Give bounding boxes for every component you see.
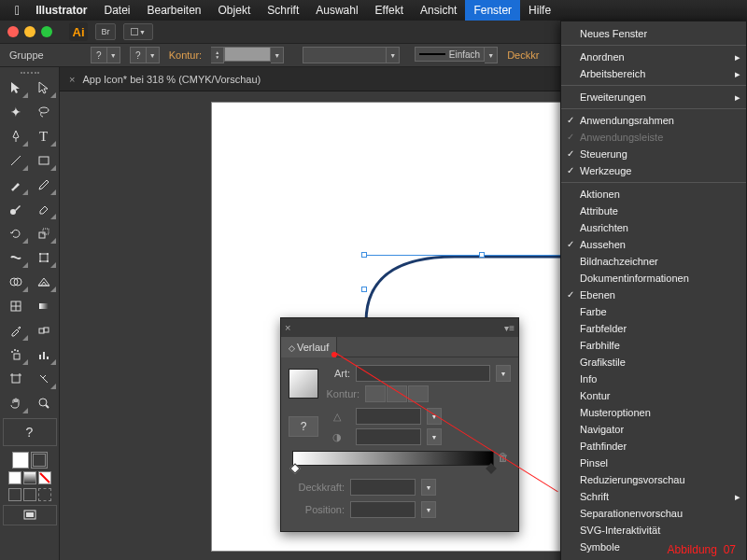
- close-tab-icon[interactable]: ×: [69, 74, 75, 85]
- menu-item-steuerung[interactable]: Steuerung✓: [561, 146, 746, 162]
- panel-menu-icon[interactable]: ▾≡: [504, 323, 514, 333]
- paintbrush-tool[interactable]: [3, 174, 29, 196]
- reverse-gradient-button[interactable]: ?: [289, 416, 318, 437]
- maximize-window-button[interactable]: [41, 26, 52, 37]
- stroke-weight-stepper[interactable]: ▲▼: [211, 47, 224, 63]
- menu-item-werkzeuge[interactable]: Werkzeuge✓: [561, 162, 746, 179]
- menu-item-anordnen[interactable]: Anordnen▸: [561, 49, 746, 65]
- apple-logo-icon[interactable]: : [7, 3, 27, 18]
- stroke-gradient-across[interactable]: [408, 385, 429, 402]
- menu-item-ebenen[interactable]: Ebenen✓: [561, 287, 746, 303]
- menu-effect[interactable]: Effekt: [367, 0, 412, 21]
- pencil-tool[interactable]: [31, 174, 57, 196]
- fill-stroke-indicator[interactable]: [12, 452, 48, 469]
- selection-handle-tl[interactable]: [361, 252, 367, 258]
- mesh-tool[interactable]: [3, 295, 29, 317]
- brush-definition[interactable]: Einfach: [415, 47, 485, 62]
- direct-selection-tool[interactable]: [31, 77, 57, 99]
- panel-grip[interactable]: [2, 69, 58, 77]
- menu-item-anwendungsrahmen[interactable]: Anwendungsrahmen✓: [561, 112, 746, 129]
- stroke-swatch-btn[interactable]: ?: [130, 47, 147, 63]
- selection-tool[interactable]: [3, 77, 29, 99]
- gradient-angle-dropdown[interactable]: ▼: [427, 408, 442, 425]
- menu-view[interactable]: Ansicht: [412, 0, 465, 21]
- blob-brush-tool[interactable]: [3, 198, 29, 220]
- stop-opacity-input[interactable]: [350, 479, 416, 496]
- gradient-aspect-dropdown[interactable]: ▼: [427, 428, 442, 445]
- draw-inside[interactable]: [38, 488, 51, 501]
- gradient-mode[interactable]: [23, 471, 36, 484]
- menu-item-kontur[interactable]: Kontur: [561, 387, 746, 404]
- opacity-label[interactable]: Deckkr: [507, 49, 539, 61]
- draw-normal[interactable]: [8, 488, 21, 501]
- gradient-preview-swatch[interactable]: [289, 369, 318, 399]
- menu-item-grafikstile[interactable]: Grafikstile: [561, 354, 746, 371]
- menu-item-ausrichten[interactable]: Ausrichten: [561, 219, 746, 236]
- gradient-tool[interactable]: [31, 295, 57, 317]
- menu-item-separationenvorschau[interactable]: Separationenvorschau: [561, 505, 746, 522]
- menu-item-schrift[interactable]: Schrift▸: [561, 488, 746, 505]
- rotate-tool[interactable]: [3, 222, 29, 245]
- color-mode[interactable]: [8, 471, 21, 484]
- gradient-panel[interactable]: × ▾≡ ◇Verlauf Art: ▼ Kontur:: [280, 317, 519, 532]
- symbol-sprayer-tool[interactable]: [3, 343, 29, 366]
- menu-item-farbhilfe[interactable]: Farbhilfe: [561, 337, 746, 354]
- stroke-gradient-along[interactable]: [387, 385, 407, 402]
- fill-indicator[interactable]: [12, 452, 29, 469]
- pen-tool[interactable]: [3, 125, 29, 147]
- unknown-tool[interactable]: ?: [3, 418, 57, 446]
- arrange-documents-button[interactable]: ▼: [123, 23, 153, 40]
- menu-item-pathfinder[interactable]: Pathfinder: [561, 438, 746, 455]
- stroke-dropdown[interactable]: ▼: [147, 47, 160, 63]
- panel-close-icon[interactable]: ×: [285, 322, 290, 333]
- menu-item-aktionen[interactable]: Aktionen: [561, 186, 746, 203]
- blend-tool[interactable]: [31, 319, 57, 342]
- free-transform-tool[interactable]: [31, 246, 57, 269]
- gradient-type-dropdown[interactable]: ▼: [496, 365, 511, 382]
- gradient-type-select[interactable]: [356, 365, 490, 382]
- menu-app[interactable]: Illustrator: [27, 0, 95, 21]
- stroke-weight-field[interactable]: [224, 47, 271, 62]
- gradient-stop-end[interactable]: [486, 463, 496, 473]
- slice-tool[interactable]: [31, 368, 57, 390]
- gradient-aspect-input[interactable]: [356, 428, 421, 445]
- menu-type[interactable]: Schrift: [259, 0, 307, 21]
- stop-position-dropdown[interactable]: ▼: [421, 501, 436, 518]
- menu-window[interactable]: Fenster: [465, 0, 520, 21]
- stop-opacity-dropdown[interactable]: ▼: [421, 479, 436, 496]
- menu-edit[interactable]: Bearbeiten: [138, 0, 209, 21]
- line-tool[interactable]: [3, 149, 29, 172]
- menu-item-farbe[interactable]: Farbe: [561, 303, 746, 320]
- menu-item-pinsel[interactable]: Pinsel: [561, 455, 746, 471]
- menu-item-aussehen[interactable]: Aussehen✓: [561, 236, 746, 253]
- screen-mode[interactable]: [3, 505, 57, 525]
- menu-item-svg-interaktivit-t[interactable]: SVG-Interaktivität: [561, 522, 746, 539]
- gradient-slider[interactable]: [292, 451, 494, 466]
- draw-behind[interactable]: [23, 488, 36, 501]
- selection-handle-tm[interactable]: [479, 252, 485, 258]
- column-graph-tool[interactable]: [31, 343, 57, 366]
- gradient-panel-tab[interactable]: ◇Verlauf: [281, 337, 337, 357]
- menu-item-info[interactable]: Info: [561, 371, 746, 387]
- perspective-grid-tool[interactable]: [31, 271, 57, 293]
- shape-builder-tool[interactable]: [3, 271, 29, 293]
- menu-item-bildnachzeichner[interactable]: Bildnachzeichner: [561, 253, 746, 270]
- variable-width-dropdown[interactable]: ▼: [387, 47, 400, 63]
- brush-dropdown[interactable]: ▼: [485, 47, 498, 63]
- hand-tool[interactable]: [3, 392, 29, 414]
- menu-object[interactable]: Objekt: [210, 0, 260, 21]
- fill-dropdown[interactable]: ▼: [107, 47, 120, 63]
- menu-item-navigator[interactable]: Navigator: [561, 421, 746, 438]
- width-tool[interactable]: [3, 246, 29, 269]
- menu-item-neues-fenster[interactable]: Neues Fenster: [561, 25, 746, 42]
- scale-tool[interactable]: [31, 222, 57, 245]
- delete-stop-icon[interactable]: 🗑: [498, 451, 509, 464]
- close-window-button[interactable]: [7, 26, 19, 37]
- rectangle-tool[interactable]: [31, 149, 57, 172]
- kontur-label[interactable]: Kontur:: [169, 49, 202, 61]
- variable-width-profile[interactable]: [303, 47, 387, 63]
- stroke-indicator[interactable]: [31, 452, 48, 469]
- fill-swatch[interactable]: ?: [91, 47, 107, 63]
- selection-handle-ml[interactable]: [361, 287, 367, 292]
- minimize-window-button[interactable]: [24, 26, 35, 37]
